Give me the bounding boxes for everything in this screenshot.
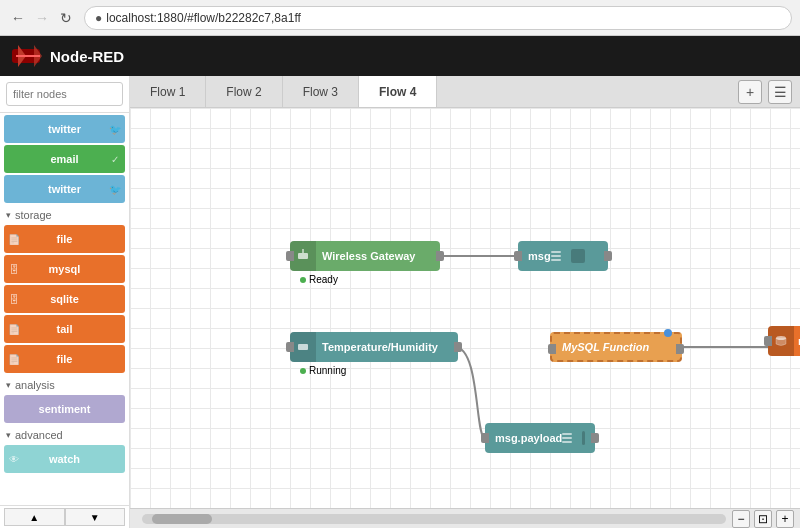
tab-flow3[interactable]: Flow 3 xyxy=(283,76,359,107)
menu-button[interactable]: ☰ xyxy=(768,80,792,104)
temp-humidity-node[interactable]: Temperature/Humidity Running xyxy=(290,332,458,362)
back-button[interactable]: ← xyxy=(8,8,28,28)
advanced-label: advanced xyxy=(15,429,63,441)
zoom-plus-button[interactable]: + xyxy=(776,510,794,528)
sidebar-item-tail[interactable]: 📄 tail xyxy=(4,315,125,343)
square-icon-payload xyxy=(582,431,585,445)
scrollbar-thumb xyxy=(152,514,212,524)
svg-rect-6 xyxy=(298,253,308,259)
twitter-icon: 🐦 xyxy=(107,121,123,137)
port-left-temp xyxy=(286,342,294,352)
flow-area: Flow 1 Flow 2 Flow 3 Flow 4 + ☰ xyxy=(130,76,800,528)
sidebar-nodes: twitter 🐦 email ✓ twitter 🐦 ▾ storage xyxy=(0,113,129,505)
port-left xyxy=(286,251,294,261)
flow-tabs: Flow 1 Flow 2 Flow 3 Flow 4 + ☰ xyxy=(130,76,800,108)
add-tab-button[interactable]: + xyxy=(738,80,762,104)
analysis-arrow-icon: ▾ xyxy=(6,380,11,390)
tail-icon: 📄 xyxy=(6,321,22,337)
tab-flow2[interactable]: Flow 2 xyxy=(206,76,282,107)
tab-actions: + ☰ xyxy=(730,76,800,107)
port-left-mysqlf xyxy=(548,344,556,354)
sidebar-item-file-1[interactable]: 📄 file xyxy=(4,225,125,253)
nav-buttons: ← → ↻ xyxy=(8,8,76,28)
temp-humidity-status: Running xyxy=(300,365,346,376)
forward-button[interactable]: → xyxy=(32,8,52,28)
wireless-gateway-label: Wireless Gateway xyxy=(322,250,415,262)
sidebar-item-sentiment[interactable]: sentiment xyxy=(4,395,125,423)
status-dot-running xyxy=(300,368,306,374)
zoom-minus-button[interactable]: − xyxy=(732,510,750,528)
advanced-section-header[interactable]: ▾ advanced xyxy=(0,425,129,443)
sidebar-item-twitter-1[interactable]: twitter 🐦 xyxy=(4,115,125,143)
advanced-arrow-icon: ▾ xyxy=(6,430,11,440)
svg-rect-8 xyxy=(298,344,308,350)
storage-arrow-icon: ▾ xyxy=(6,210,11,220)
msg-payload-label: msg.payload xyxy=(495,432,562,444)
tab-flow4[interactable]: Flow 4 xyxy=(359,76,437,107)
twitter-icon-2: 🐦 xyxy=(107,181,123,197)
temp-humidity-label: Temperature/Humidity xyxy=(322,341,438,353)
topbar: Node-RED xyxy=(0,36,800,76)
storage-section-header[interactable]: ▾ storage xyxy=(0,205,129,223)
filter-area xyxy=(0,76,129,113)
bottom-bar: − ⊡ + xyxy=(130,508,800,528)
port-right xyxy=(436,251,444,261)
scroll-up-button[interactable]: ▲ xyxy=(4,508,65,526)
wireless-gateway-node[interactable]: Wireless Gateway Ready xyxy=(290,241,440,271)
port-left-msg xyxy=(514,251,522,261)
mysql-function-label: MySQL Function xyxy=(562,341,649,353)
analysis-section-header[interactable]: ▾ analysis xyxy=(0,375,129,393)
sidebar-item-watch[interactable]: 👁 watch xyxy=(4,445,125,473)
tab-flow1[interactable]: Flow 1 xyxy=(130,76,206,107)
status-dot xyxy=(300,277,306,283)
sqlite-icon: 🗄 xyxy=(6,291,22,307)
browser-chrome: ← → ↻ ● localhost:1880/#flow/b22282c7,8a… xyxy=(0,0,800,36)
nodered-logo-icon xyxy=(12,45,44,67)
filter-input[interactable] xyxy=(6,82,123,106)
zoom-controls: − ⊡ + xyxy=(732,510,794,528)
port-left-mysql xyxy=(764,336,772,346)
sidebar-item-mysql[interactable]: 🗄 mysql xyxy=(4,255,125,283)
mysql-function-node[interactable]: MySQL Function xyxy=(550,332,682,362)
db-icon: 🗄 xyxy=(6,261,22,277)
wireless-gateway-status: Ready xyxy=(300,274,338,285)
file-icon-left: 📄 xyxy=(6,231,22,247)
horizontal-scrollbar[interactable] xyxy=(142,514,726,524)
msg-payload-node[interactable]: msg.payload xyxy=(485,423,595,453)
connections-layer xyxy=(130,108,800,508)
msg-label: msg xyxy=(528,250,551,262)
sidebar-item-email[interactable]: email ✓ xyxy=(4,145,125,173)
fit-button[interactable]: ⊡ xyxy=(754,510,772,528)
port-left-payload xyxy=(481,433,489,443)
port-right-temp xyxy=(454,342,462,352)
reload-button[interactable]: ↻ xyxy=(56,8,76,28)
port-right-mysqlf xyxy=(676,344,684,354)
scroll-down-button[interactable]: ▼ xyxy=(65,508,126,526)
analysis-label: analysis xyxy=(15,379,55,391)
lock-icon: ● xyxy=(95,11,102,25)
sidebar: twitter 🐦 email ✓ twitter 🐦 ▾ storage xyxy=(0,76,130,528)
mysql-canvas-node[interactable]: mysql xyxy=(768,326,800,356)
canvas[interactable]: Wireless Gateway Ready msg xyxy=(130,108,800,508)
file-icon-left-2: 📄 xyxy=(6,351,22,367)
sidebar-scroll-buttons: ▲ ▼ xyxy=(0,505,129,528)
app-title: Node-RED xyxy=(50,48,124,65)
square-icon xyxy=(571,249,585,263)
lines-icon xyxy=(551,251,561,261)
sidebar-item-sqlite[interactable]: 🗄 sqlite xyxy=(4,285,125,313)
lines-icon-payload xyxy=(562,433,572,443)
sidebar-item-file-2[interactable]: 📄 file xyxy=(4,345,125,373)
port-right-msg xyxy=(604,251,612,261)
address-bar[interactable]: ● localhost:1880/#flow/b22282c7,8a1ff xyxy=(84,6,792,30)
storage-label: storage xyxy=(15,209,52,221)
logo: Node-RED xyxy=(12,45,124,67)
url-text: localhost:1880/#flow/b22282c7,8a1ff xyxy=(106,11,301,25)
main-area: twitter 🐦 email ✓ twitter 🐦 ▾ storage xyxy=(0,76,800,528)
port-right-payload xyxy=(591,433,599,443)
msg-node[interactable]: msg xyxy=(518,241,608,271)
blue-dot xyxy=(664,329,672,337)
check-icon: ✓ xyxy=(107,151,123,167)
watch-icon: 👁 xyxy=(6,451,22,467)
app: Node-RED twitter 🐦 email ✓ twitter xyxy=(0,36,800,528)
sidebar-item-twitter-2[interactable]: twitter 🐦 xyxy=(4,175,125,203)
